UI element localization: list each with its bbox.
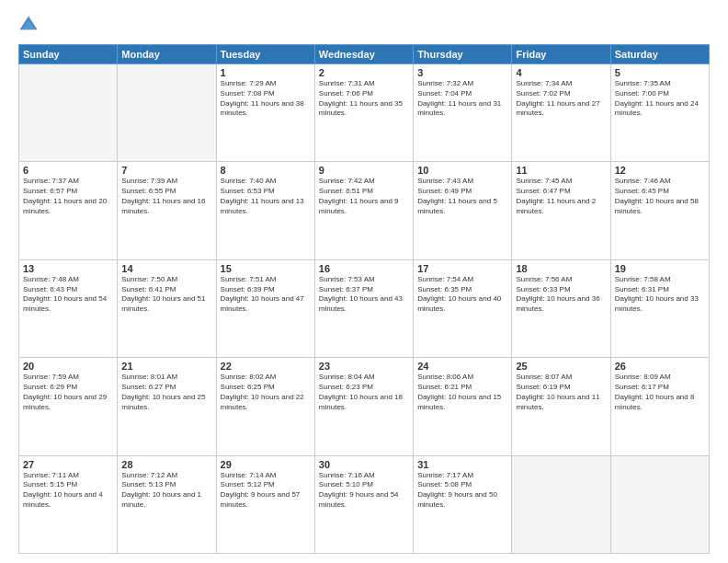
day-info: Sunrise: 7:50 AMSunset: 6:41 PMDaylight:…	[121, 275, 211, 315]
day-number: 10	[417, 165, 507, 176]
calendar-cell: 4Sunrise: 7:34 AMSunset: 7:02 PMDaylight…	[512, 64, 610, 162]
calendar-cell: 24Sunrise: 8:06 AMSunset: 6:21 PMDayligh…	[414, 358, 512, 455]
calendar-cell: 22Sunrise: 8:02 AMSunset: 6:25 PMDayligh…	[216, 358, 314, 455]
day-number: 9	[319, 165, 409, 176]
day-number: 19	[615, 263, 705, 274]
day-info: Sunrise: 8:01 AMSunset: 6:27 PMDaylight:…	[121, 373, 211, 412]
calendar-cell: 5Sunrise: 7:35 AMSunset: 7:00 PMDaylight…	[610, 64, 709, 162]
day-number: 7	[121, 165, 211, 176]
day-info: Sunrise: 7:56 AMSunset: 6:33 PMDaylight:…	[516, 275, 606, 315]
day-number: 15	[221, 263, 311, 274]
day-number: 23	[319, 361, 409, 372]
calendar-cell: 26Sunrise: 8:09 AMSunset: 6:17 PMDayligh…	[610, 358, 709, 455]
calendar-cell: 9Sunrise: 7:42 AMSunset: 6:51 PMDaylight…	[314, 162, 413, 259]
day-info: Sunrise: 7:39 AMSunset: 6:55 PMDaylight:…	[121, 177, 211, 216]
day-info: Sunrise: 7:54 AMSunset: 6:35 PMDaylight:…	[417, 275, 507, 315]
day-number: 27	[23, 459, 113, 470]
calendar-week-row: 1Sunrise: 7:29 AMSunset: 7:08 PMDaylight…	[19, 64, 710, 162]
calendar-cell: 12Sunrise: 7:46 AMSunset: 6:45 PMDayligh…	[610, 162, 709, 259]
day-number: 11	[516, 165, 606, 176]
day-number: 5	[615, 67, 705, 78]
day-info: Sunrise: 7:35 AMSunset: 7:00 PMDaylight:…	[615, 79, 705, 119]
calendar-cell: 2Sunrise: 7:31 AMSunset: 7:06 PMDaylight…	[314, 64, 413, 162]
calendar-cell	[610, 455, 709, 553]
day-number: 3	[417, 67, 507, 78]
day-info: Sunrise: 7:14 AMSunset: 5:12 PMDaylight:…	[221, 471, 311, 511]
calendar-cell: 11Sunrise: 7:45 AMSunset: 6:47 PMDayligh…	[512, 162, 610, 259]
day-info: Sunrise: 7:45 AMSunset: 6:47 PMDaylight:…	[516, 177, 606, 216]
day-info: Sunrise: 7:53 AMSunset: 6:37 PMDaylight:…	[319, 275, 409, 315]
day-number: 30	[319, 459, 409, 470]
calendar-body: 1Sunrise: 7:29 AMSunset: 7:08 PMDaylight…	[19, 64, 710, 554]
day-number: 28	[121, 459, 211, 470]
weekday-header: Saturday	[610, 45, 709, 64]
calendar-table: SundayMondayTuesdayWednesdayThursdayFrid…	[18, 44, 710, 554]
day-number: 20	[23, 361, 113, 372]
day-info: Sunrise: 8:09 AMSunset: 6:17 PMDaylight:…	[615, 373, 705, 412]
day-info: Sunrise: 7:48 AMSunset: 6:43 PMDaylight:…	[23, 275, 113, 315]
day-number: 6	[23, 165, 113, 176]
day-number: 24	[417, 361, 507, 372]
day-number: 4	[516, 67, 606, 78]
weekday-header: Friday	[512, 45, 610, 64]
day-number: 16	[319, 263, 409, 274]
calendar-cell: 18Sunrise: 7:56 AMSunset: 6:33 PMDayligh…	[512, 259, 610, 357]
day-info: Sunrise: 8:02 AMSunset: 6:25 PMDaylight:…	[221, 373, 311, 412]
calendar-cell	[19, 64, 118, 162]
calendar-cell: 14Sunrise: 7:50 AMSunset: 6:41 PMDayligh…	[118, 259, 216, 357]
calendar-cell: 17Sunrise: 7:54 AMSunset: 6:35 PMDayligh…	[414, 259, 512, 357]
day-number: 22	[221, 361, 311, 372]
calendar-cell: 31Sunrise: 7:17 AMSunset: 5:08 PMDayligh…	[414, 455, 512, 553]
logo-icon	[18, 15, 39, 35]
page: SundayMondayTuesdayWednesdayThursdayFrid…	[0, 0, 728, 563]
day-info: Sunrise: 8:06 AMSunset: 6:21 PMDaylight:…	[417, 373, 507, 412]
weekday-header: Monday	[118, 45, 216, 64]
calendar-cell: 1Sunrise: 7:29 AMSunset: 7:08 PMDaylight…	[216, 64, 314, 162]
day-info: Sunrise: 7:40 AMSunset: 6:53 PMDaylight:…	[221, 177, 311, 216]
calendar-header-row: SundayMondayTuesdayWednesdayThursdayFrid…	[19, 45, 710, 64]
day-info: Sunrise: 7:12 AMSunset: 5:13 PMDaylight:…	[121, 471, 211, 511]
calendar-cell: 6Sunrise: 7:37 AMSunset: 6:57 PMDaylight…	[19, 162, 118, 259]
day-info: Sunrise: 7:37 AMSunset: 6:57 PMDaylight:…	[23, 177, 113, 216]
day-number: 25	[516, 361, 606, 372]
day-number: 2	[319, 67, 409, 78]
calendar-cell: 13Sunrise: 7:48 AMSunset: 6:43 PMDayligh…	[19, 259, 118, 357]
day-info: Sunrise: 7:16 AMSunset: 5:10 PMDaylight:…	[319, 471, 409, 511]
day-info: Sunrise: 7:31 AMSunset: 7:06 PMDaylight:…	[319, 79, 409, 119]
calendar-cell	[118, 64, 216, 162]
header	[18, 15, 710, 37]
day-info: Sunrise: 7:59 AMSunset: 6:29 PMDaylight:…	[23, 373, 113, 412]
calendar-week-row: 27Sunrise: 7:11 AMSunset: 5:15 PMDayligh…	[19, 455, 710, 553]
day-number: 29	[221, 459, 311, 470]
day-number: 26	[615, 361, 705, 372]
day-number: 17	[417, 263, 507, 274]
calendar-cell: 29Sunrise: 7:14 AMSunset: 5:12 PMDayligh…	[216, 455, 314, 553]
day-number: 13	[23, 263, 113, 274]
calendar-week-row: 20Sunrise: 7:59 AMSunset: 6:29 PMDayligh…	[19, 358, 710, 455]
day-number: 18	[516, 263, 606, 274]
day-info: Sunrise: 7:32 AMSunset: 7:04 PMDaylight:…	[417, 79, 507, 119]
calendar-week-row: 13Sunrise: 7:48 AMSunset: 6:43 PMDayligh…	[19, 259, 710, 357]
calendar-cell: 30Sunrise: 7:16 AMSunset: 5:10 PMDayligh…	[314, 455, 413, 553]
day-info: Sunrise: 7:51 AMSunset: 6:39 PMDaylight:…	[221, 275, 311, 315]
weekday-header: Sunday	[19, 45, 118, 64]
calendar-cell: 23Sunrise: 8:04 AMSunset: 6:23 PMDayligh…	[314, 358, 413, 455]
calendar-cell: 15Sunrise: 7:51 AMSunset: 6:39 PMDayligh…	[216, 259, 314, 357]
day-number: 12	[615, 165, 705, 176]
calendar-cell: 21Sunrise: 8:01 AMSunset: 6:27 PMDayligh…	[118, 358, 216, 455]
calendar-cell	[512, 455, 610, 553]
calendar-cell: 3Sunrise: 7:32 AMSunset: 7:04 PMDaylight…	[414, 64, 512, 162]
day-info: Sunrise: 7:42 AMSunset: 6:51 PMDaylight:…	[319, 177, 409, 216]
weekday-header: Wednesday	[314, 45, 413, 64]
calendar-cell: 16Sunrise: 7:53 AMSunset: 6:37 PMDayligh…	[314, 259, 413, 357]
day-info: Sunrise: 7:43 AMSunset: 6:49 PMDaylight:…	[417, 177, 507, 216]
calendar-cell: 27Sunrise: 7:11 AMSunset: 5:15 PMDayligh…	[19, 455, 118, 553]
calendar-cell: 28Sunrise: 7:12 AMSunset: 5:13 PMDayligh…	[118, 455, 216, 553]
weekday-header: Tuesday	[216, 45, 314, 64]
day-info: Sunrise: 7:11 AMSunset: 5:15 PMDaylight:…	[23, 471, 113, 511]
calendar-week-row: 6Sunrise: 7:37 AMSunset: 6:57 PMDaylight…	[19, 162, 710, 259]
calendar-cell: 25Sunrise: 8:07 AMSunset: 6:19 PMDayligh…	[512, 358, 610, 455]
day-number: 31	[417, 459, 507, 470]
day-number: 21	[121, 361, 211, 372]
calendar-cell: 8Sunrise: 7:40 AMSunset: 6:53 PMDaylight…	[216, 162, 314, 259]
